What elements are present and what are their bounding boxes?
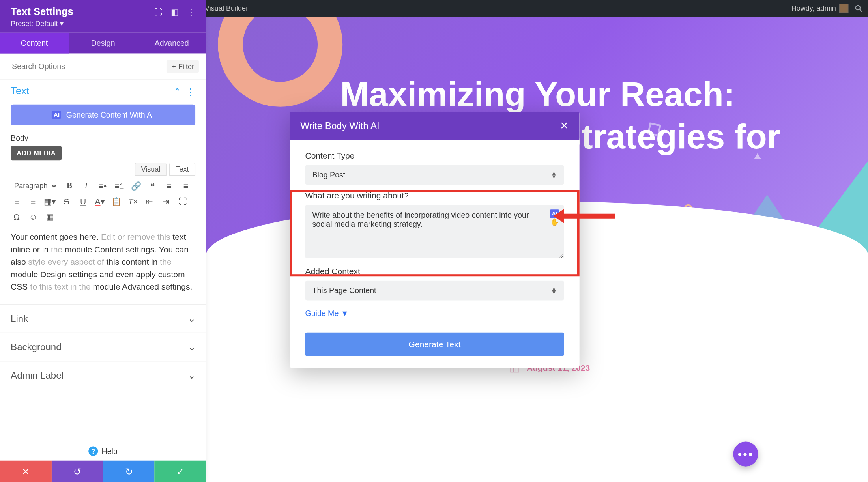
editor-toolbar: Paragraph B I ≡• ≡1 🔗 ❝ ≡ ≡ ≡ ≡ ▦▾ S U A… <box>0 177 206 225</box>
sidebar-tabs: Content Design Advanced <box>0 33 206 54</box>
outdent-button[interactable]: ⇥ <box>160 195 172 207</box>
close-icon[interactable]: ✕ <box>560 119 569 132</box>
avatar-icon <box>839 4 848 13</box>
generate-content-ai-button[interactable]: AI Generate Content With AI <box>11 105 195 125</box>
builder-fab[interactable]: ••• <box>733 442 758 467</box>
ai-badge-icon: AI <box>52 111 62 119</box>
emoji-button[interactable]: ☺ <box>27 211 39 222</box>
prompt-textarea[interactable] <box>305 205 564 258</box>
number-list-button[interactable]: ≡1 <box>113 180 125 192</box>
content-type-select[interactable]: Blog Post ▲▼ <box>305 165 564 185</box>
indent-button[interactable]: ⇤ <box>144 195 155 207</box>
body-label: Body <box>0 131 206 146</box>
fullscreen-button[interactable]: ⛶ <box>177 195 189 207</box>
link-button[interactable]: 🔗 <box>130 180 142 192</box>
body-editor[interactable]: Your content goes here. Edit or remove t… <box>0 225 206 304</box>
expand-icon[interactable]: ⛶ <box>154 7 163 17</box>
strike-button[interactable]: S <box>60 195 72 207</box>
chevron-down-icon: ⌄ <box>188 341 196 353</box>
accordion-background[interactable]: Background⌄ <box>0 333 206 361</box>
select-arrows-icon: ▲▼ <box>551 171 557 178</box>
add-media-button[interactable]: ADD MEDIA <box>11 146 62 160</box>
help-icon: ? <box>88 447 98 456</box>
redo-button[interactable]: ↻ <box>103 461 155 482</box>
tab-design[interactable]: Design <box>69 33 137 54</box>
ai-assist-button[interactable]: AI <box>550 209 559 218</box>
cancel-button[interactable]: ✕ <box>0 461 52 482</box>
editor-tab-text[interactable]: Text <box>169 163 195 176</box>
align-justify-button[interactable]: ≡ <box>27 195 39 207</box>
user-greeting[interactable]: Howdy, admin <box>791 4 849 13</box>
select-arrows-icon: ▲▼ <box>551 287 557 294</box>
bold-button[interactable]: B <box>64 180 75 192</box>
section-more-icon[interactable]: ⋮ <box>186 86 195 97</box>
align-center-button[interactable]: ≡ <box>180 180 192 192</box>
modal-title: Write Body With AI <box>300 120 379 131</box>
settings-sidebar: Text Settings ⛶ ◧ ⋮ Preset: Default ▾ Co… <box>0 0 206 482</box>
cursor-icon: ✋ <box>550 218 559 226</box>
underline-button[interactable]: U <box>77 195 89 207</box>
dock-icon[interactable]: ◧ <box>171 7 179 17</box>
clear-format-button[interactable]: T× <box>127 195 139 207</box>
section-text-title: Text <box>11 86 29 97</box>
chevron-down-icon: ⌄ <box>188 370 196 381</box>
tab-advanced[interactable]: Advanced <box>137 33 206 54</box>
svg-line-3 <box>860 9 862 11</box>
accordion-admin-label[interactable]: Admin Label⌄ <box>0 361 206 389</box>
context-label: Added Context <box>305 267 564 276</box>
special-char-button[interactable]: Ω <box>11 211 22 222</box>
editor-tab-visual[interactable]: Visual <box>135 163 167 176</box>
align-left-button[interactable]: ≡ <box>163 180 175 192</box>
undo-button[interactable]: ↺ <box>52 461 103 482</box>
italic-button[interactable]: I <box>80 180 92 192</box>
filter-button[interactable]: +Filter <box>167 60 199 73</box>
bullet-list-button[interactable]: ≡• <box>97 180 108 192</box>
search-options-input[interactable] <box>7 58 167 74</box>
text-color-button[interactable]: A▾ <box>94 195 106 207</box>
more-icon[interactable]: ⋮ <box>187 7 195 17</box>
guide-me-link[interactable]: Guide Me ▼ <box>305 308 348 318</box>
svg-point-2 <box>856 5 860 9</box>
accordion-link[interactable]: Link⌄ <box>0 304 206 332</box>
decorative-circle <box>218 17 342 107</box>
content-type-label: Content Type <box>305 151 564 160</box>
save-button[interactable]: ✓ <box>155 461 206 482</box>
tab-content[interactable]: Content <box>0 33 69 54</box>
sidebar-title: Text Settings <box>11 6 73 18</box>
quote-button[interactable]: ❝ <box>147 180 159 192</box>
generate-text-button[interactable]: Generate Text <box>305 333 564 356</box>
align-right-button[interactable]: ≡ <box>11 195 22 207</box>
chevron-down-icon: ⌄ <box>188 313 196 324</box>
help-link[interactable]: ?Help <box>0 442 206 461</box>
chevron-down-icon: ▼ <box>341 308 348 318</box>
prompt-label: What are you writing about? <box>305 191 564 200</box>
paste-button[interactable]: 📋 <box>110 195 122 207</box>
preset-dropdown[interactable]: Preset: Default ▾ <box>11 20 195 28</box>
search-icon[interactable] <box>854 4 863 13</box>
ai-write-modal: Write Body With AI ✕ Content Type Blog P… <box>290 112 579 368</box>
more-toolbar-button[interactable]: ▦ <box>44 211 56 222</box>
context-select[interactable]: This Page Content ▲▼ <box>305 281 564 301</box>
collapse-icon[interactable]: ⌃ <box>173 86 181 97</box>
format-select[interactable]: Paragraph <box>11 180 59 192</box>
table-button[interactable]: ▦▾ <box>44 195 56 207</box>
